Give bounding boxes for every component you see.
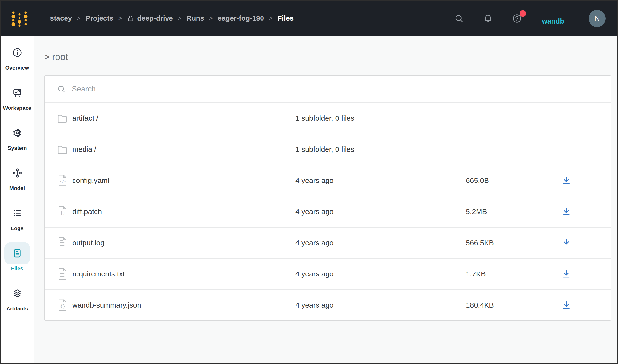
file-name-cell[interactable]: artifact / <box>57 112 295 124</box>
wandb-logo-icon[interactable] <box>12 10 27 27</box>
breadcrumb-label: Runs <box>187 14 204 22</box>
file-name[interactable]: media / <box>72 145 96 154</box>
sidebar-item-workspace[interactable]: Workspace <box>1 76 34 116</box>
sidebar-item-pill <box>4 162 30 184</box>
file-meta: 4 years ago <box>295 176 466 185</box>
breadcrumb-item-eager-fog-190[interactable]: eager-fog-190 <box>218 14 264 22</box>
file-name[interactable]: requirements.txt <box>72 270 125 278</box>
sidebar-item-label: Model <box>10 185 25 192</box>
download-cell <box>532 174 601 187</box>
file-row[interactable]: </> config.yaml 4 years ago 665.0B <box>45 165 611 196</box>
breadcrumb-item-stacey[interactable]: stacey <box>50 14 72 22</box>
breadcrumb-label: deep-drive <box>137 14 173 22</box>
breadcrumb-label: Projects <box>85 14 113 22</box>
download-button[interactable] <box>560 236 573 249</box>
bell-icon <box>483 13 493 24</box>
json-file-icon: {} <box>57 299 68 311</box>
sidebar-item-system[interactable]: System <box>1 116 34 156</box>
breadcrumb-separator: > <box>269 15 273 22</box>
breadcrumb-item-projects[interactable]: Projects <box>85 14 113 22</box>
file-row[interactable]: requirements.txt 4 years ago 1.7KB <box>45 258 611 289</box>
search-button[interactable] <box>454 13 464 24</box>
folder-icon <box>57 143 68 155</box>
file-name[interactable]: config.yaml <box>72 176 109 185</box>
file-row[interactable]: output.log 4 years ago 566.5KB <box>45 227 611 258</box>
breadcrumb-separator: > <box>178 15 182 22</box>
file-name[interactable]: wandb-summary.json <box>72 301 141 309</box>
file-name-cell[interactable]: {} diff.patch <box>57 206 295 218</box>
download-button[interactable] <box>560 205 573 218</box>
download-cell <box>532 299 601 312</box>
sidebar-item-label: Workspace <box>3 105 31 111</box>
file-row[interactable]: {} wandb-summary.json 4 years ago 180.4K… <box>45 289 611 320</box>
folder-icon <box>57 112 68 124</box>
breadcrumb-separator: > <box>209 15 213 22</box>
sidebar-item-label: Artifacts <box>6 306 28 312</box>
sidebar-item-pill <box>4 41 30 64</box>
notification-dot <box>520 10 526 17</box>
sidebar-item-pill <box>4 282 30 305</box>
file-size: 566.5KB <box>466 239 532 247</box>
main-content: > root artifact / 1 subfolder, 0 files m… <box>34 36 617 363</box>
breadcrumb-label: Files <box>278 14 294 22</box>
sidebar-item-overview[interactable]: Overview <box>1 36 34 76</box>
navbar-actions: wandb N <box>454 10 605 27</box>
download-button[interactable] <box>560 174 573 187</box>
breadcrumb-label: eager-fog-190 <box>218 14 264 22</box>
file-name-cell[interactable]: {} wandb-summary.json <box>57 299 295 311</box>
sidebar-item-model[interactable]: Model <box>1 156 34 197</box>
lock-open-icon <box>127 15 135 22</box>
text-file-icon <box>57 268 68 280</box>
code-file-icon: </> <box>57 175 68 186</box>
file-row[interactable]: {} diff.patch 4 years ago 5.2MB <box>45 196 611 227</box>
file-name-cell[interactable]: </> config.yaml <box>57 175 295 186</box>
sidebar-item-files[interactable]: Files <box>1 237 34 277</box>
file-meta: 4 years ago <box>295 270 466 278</box>
download-button[interactable] <box>560 299 573 312</box>
file-meta: 1 subfolder, 0 files <box>295 114 466 122</box>
file-meta: 4 years ago <box>295 208 466 216</box>
notifications-button[interactable] <box>483 13 493 24</box>
file-name-cell[interactable]: media / <box>57 143 295 155</box>
avatar[interactable]: N <box>589 10 605 27</box>
breadcrumb-item-runs[interactable]: Runs <box>187 14 204 22</box>
search-row <box>45 76 611 103</box>
sidebar-item-label: Files <box>11 265 23 272</box>
folder-row[interactable]: media / 1 subfolder, 0 files <box>45 134 611 165</box>
artifacts-icon <box>12 288 23 299</box>
file-browser-card: artifact / 1 subfolder, 0 files media / … <box>44 75 611 321</box>
chip-icon <box>12 128 23 138</box>
workspace-icon <box>12 87 23 98</box>
text-file-icon <box>57 237 68 249</box>
download-cell <box>532 236 601 249</box>
sidebar-item-artifacts[interactable]: Artifacts <box>1 277 34 317</box>
file-meta: 4 years ago <box>295 239 466 247</box>
download-button[interactable] <box>560 268 573 280</box>
file-name[interactable]: diff.patch <box>72 208 102 216</box>
top-navbar: stacey > Projects > deep-drive > Runs > … <box>1 1 617 36</box>
sidebar-item-label: Logs <box>11 225 24 232</box>
file-list: artifact / 1 subfolder, 0 files media / … <box>45 103 611 320</box>
help-button[interactable] <box>511 13 522 24</box>
info-icon <box>12 47 23 58</box>
breadcrumb-item-deep-drive[interactable]: deep-drive <box>127 14 173 22</box>
logs-icon <box>12 208 23 219</box>
sidebar-item-label: Overview <box>5 65 29 71</box>
search-input[interactable] <box>72 85 611 93</box>
org-link[interactable]: wandb <box>542 17 564 25</box>
sidebar-item-pill <box>4 81 30 104</box>
breadcrumb-label: stacey <box>50 14 72 22</box>
path-heading: > root <box>44 52 617 62</box>
file-name-cell[interactable]: output.log <box>57 237 295 249</box>
file-name[interactable]: output.log <box>72 239 105 247</box>
download-cell <box>532 268 601 280</box>
folder-row[interactable]: artifact / 1 subfolder, 0 files <box>45 103 611 134</box>
file-name[interactable]: artifact / <box>72 114 98 122</box>
breadcrumb-item-files[interactable]: Files <box>278 14 294 22</box>
sidebar-item-logs[interactable]: Logs <box>1 197 34 237</box>
svg-text:</>: </> <box>60 180 66 183</box>
file-size: 180.4KB <box>466 301 532 309</box>
file-name-cell[interactable]: requirements.txt <box>57 268 295 280</box>
search-icon <box>454 13 464 24</box>
svg-text:{}: {} <box>60 304 65 309</box>
